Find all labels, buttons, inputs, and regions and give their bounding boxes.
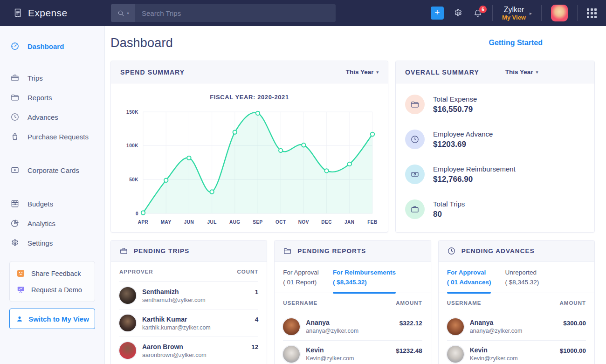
share-feedback-link[interactable]: Share Feedback <box>10 265 95 282</box>
svg-text:AUG: AUG <box>229 220 241 225</box>
app-grid-icon[interactable] <box>587 8 597 18</box>
tab-unreported[interactable]: Unreported ( $8,345.32) <box>505 268 539 293</box>
person-icon <box>15 315 24 323</box>
search-scope-dropdown[interactable]: ▾ <box>111 4 135 22</box>
avatar <box>283 346 300 363</box>
overall-summary-card: OVERALL SUMMARY This Year ▾ Total Expens… <box>395 61 595 233</box>
amount: $1232.48 <box>396 346 422 354</box>
svg-text:DEC: DEC <box>321 220 332 225</box>
overall-period-dropdown[interactable]: This Year ▾ <box>505 69 538 76</box>
sidebar-item-budgets[interactable]: Budgets <box>0 194 104 213</box>
table-row[interactable]: Ananya ananya@zylker.com $300.00 <box>447 313 586 341</box>
avatar <box>283 318 300 335</box>
expense-folder-icon <box>405 95 425 114</box>
amount: $300.00 <box>563 318 586 327</box>
request-demo-link[interactable]: Request a Demo <box>10 282 95 298</box>
abacus-icon <box>10 199 20 208</box>
user-email: ananya@zylker.com <box>306 328 358 334</box>
summary-label: Total Expense <box>433 95 477 103</box>
quick-add-button[interactable]: + <box>431 7 444 20</box>
spend-period-dropdown[interactable]: This Year ▾ <box>346 69 379 76</box>
org-switcher[interactable]: Zylker My View ▸ <box>502 5 532 21</box>
divider <box>577 5 578 21</box>
username: Ananya <box>470 319 523 326</box>
folder-icon <box>283 247 292 255</box>
pie-chart-icon <box>10 219 20 228</box>
app-logo[interactable]: Expense <box>0 7 68 19</box>
svg-text:JUN: JUN <box>184 220 194 225</box>
sidebar-item-label: Analytics <box>28 220 55 227</box>
switch-to-my-view-button[interactable]: Switch to My View <box>9 309 95 329</box>
advance-clock-icon <box>405 130 425 149</box>
receipt-logo-icon <box>12 7 23 19</box>
notification-badge: 6 <box>479 6 487 13</box>
sidebar-item-trips[interactable]: Trips <box>0 68 104 88</box>
spend-summary-title: SPEND SUMMARY <box>120 69 185 76</box>
chevron-right-icon: ▸ <box>530 11 532 16</box>
request-demo-label: Request a Demo <box>31 286 82 294</box>
briefcase-icon <box>119 247 128 255</box>
approver-name: Aaron Brown <box>142 343 207 350</box>
chart-title: FISCAL YEAR: 2020-2021 <box>111 94 388 101</box>
summary-label: Employee Reimbursement <box>433 165 516 173</box>
sidebar-item-dashboard[interactable]: Dashboard <box>0 36 104 56</box>
amount: $322.12 <box>399 318 422 327</box>
svg-text:MAY: MAY <box>161 220 172 225</box>
getting-started-link[interactable]: Getting Started <box>489 39 543 47</box>
settings-gear-button[interactable] <box>453 8 463 18</box>
spend-chart: 050K100K150KAPRMAYJUNJULAUGSEPOCTNOVDECJ… <box>119 107 380 227</box>
chevron-down-icon: ▾ <box>536 70 538 75</box>
chevron-down-icon: ▾ <box>376 70 379 75</box>
svg-text:JAN: JAN <box>344 220 355 225</box>
chevron-down-icon: ▾ <box>127 11 129 15</box>
table-row[interactable]: Ananya ananya@zylker.com $322.12 <box>283 313 422 341</box>
tab-for-approval[interactable]: For Approval ( 01 Advances) <box>447 268 491 293</box>
table-row[interactable]: Aaron Brown aaronbrown@zylker.com 12 <box>119 337 258 364</box>
sidebar-item-purchase-requests[interactable]: Purchase Requests <box>0 127 104 146</box>
card-icon <box>10 165 20 175</box>
sidebar: Dashboard Trips Reports Advances Purchas… <box>0 26 105 364</box>
summary-label: Employee Advance <box>433 130 493 138</box>
svg-text:APR: APR <box>138 220 149 225</box>
navbar-actions: + 6 Zylker My View ▸ <box>431 5 606 21</box>
notifications-button[interactable]: 6 <box>473 8 483 18</box>
user-avatar[interactable] <box>551 5 568 21</box>
pending-trips-title: PENDING TRIPS <box>134 247 189 254</box>
overall-summary-title: OVERALL SUMMARY <box>405 69 479 76</box>
sidebar-item-analytics[interactable]: Analytics <box>0 213 104 233</box>
approver-name: Karthik Kumar <box>142 316 211 323</box>
table-row[interactable]: Senthamizh senthamizh@zylker.com 1 <box>119 282 258 309</box>
sidebar-item-label: Trips <box>28 74 43 82</box>
avatar <box>119 342 136 359</box>
search-input[interactable] <box>135 4 336 22</box>
table-row[interactable]: Kevin Kevin@zylker.com $1000.00 <box>447 341 586 364</box>
pending-advances-title: PENDING ADVANCES <box>461 247 535 254</box>
sidebar-item-label: Reports <box>28 94 52 102</box>
username: Kevin <box>470 346 518 354</box>
sidebar-item-advances[interactable]: Advances <box>0 107 104 127</box>
tab-for-reimbursements[interactable]: For Reimbursements ( $8,345.32) <box>333 268 396 293</box>
divider <box>541 5 542 21</box>
table-row[interactable]: Kevin Kevin@zylker.com $1232.48 <box>283 341 422 364</box>
user-email: ananya@zylker.com <box>470 328 523 334</box>
sidebar-item-settings[interactable]: Settings <box>0 233 104 253</box>
folder-icon <box>10 93 20 102</box>
svg-text:OCT: OCT <box>275 220 286 225</box>
avatar <box>447 318 464 335</box>
share-feedback-label: Share Feedback <box>31 270 81 277</box>
svg-text:50K: 50K <box>129 177 138 182</box>
summary-row-total-expense: Total Expense $16,550.79 <box>405 95 585 114</box>
approver-email: aaronbrown@zylker.com <box>142 352 207 358</box>
sidebar-item-corporate-cards[interactable]: Corporate Cards <box>0 160 104 180</box>
table-row[interactable]: Karthik Kumar karthik.kumar@zylker.com 4 <box>119 309 258 337</box>
tab-for-approval[interactable]: For Approval ( 01 Report) <box>283 268 319 293</box>
trip-count: 4 <box>255 315 259 323</box>
summary-value: 80 <box>433 210 465 219</box>
sidebar-item-reports[interactable]: Reports <box>0 88 104 107</box>
cash-icon <box>405 165 425 184</box>
sidebar-item-label: Settings <box>28 239 53 247</box>
username: Ananya <box>306 319 358 326</box>
shopping-bag-icon <box>10 132 20 141</box>
column-header-username: USERNAME <box>283 300 317 306</box>
column-header-amount: AMOUNT <box>396 300 422 306</box>
